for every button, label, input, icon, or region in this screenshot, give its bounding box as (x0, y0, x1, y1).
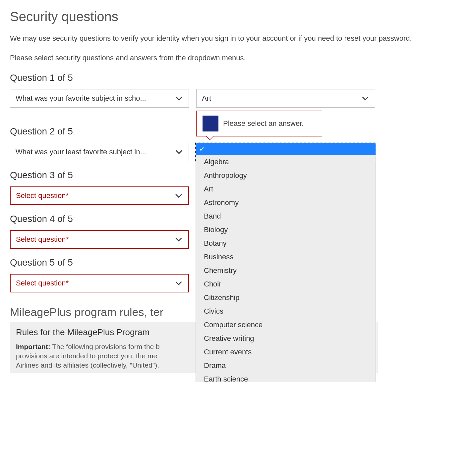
option-item[interactable]: Creative writing (196, 332, 376, 345)
option-item[interactable]: Computer science (196, 318, 376, 332)
option-item[interactable]: Choir (196, 277, 376, 291)
option-item[interactable]: Biology (196, 223, 376, 236)
chevron-down-icon (175, 94, 183, 103)
intro-text-1: We may use security questions to verify … (10, 33, 466, 44)
answer-2-options-popup[interactable]: ✓ AlgebraAnthropologyArtAstronomyBandBio… (196, 143, 376, 382)
chevron-down-icon (174, 191, 183, 200)
option-item[interactable]: Algebra (196, 155, 376, 169)
option-item[interactable]: Anthropology (196, 169, 376, 182)
option-item[interactable]: Business (196, 250, 376, 264)
intro-text-2: Please select security questions and ans… (10, 53, 466, 63)
chevron-down-icon (174, 235, 183, 244)
option-item[interactable]: Band (196, 209, 376, 223)
answer-1-select-label: Art (202, 94, 361, 103)
info-icon (203, 116, 218, 131)
answer-required-tooltip: Please select an answer. (196, 111, 322, 136)
question-1-select[interactable]: What was your favorite subject in scho..… (10, 89, 189, 108)
question-2-select-label: What was your least favorite subject in.… (16, 148, 175, 156)
question-5-select-label: Select question* (16, 279, 174, 287)
rules-important-label: Important: (16, 343, 50, 350)
option-item[interactable]: Earth science (196, 372, 376, 382)
question-2-select[interactable]: What was your least favorite subject in.… (10, 143, 189, 161)
question-3-select-label: Select question* (16, 191, 174, 200)
question-1-select-label: What was your favorite subject in scho..… (16, 94, 175, 103)
option-blank-selected[interactable]: ✓ (196, 143, 376, 155)
option-item[interactable]: Civics (196, 304, 376, 318)
question-1-heading: Question 1 of 5 (10, 73, 466, 83)
chevron-down-icon (361, 94, 370, 103)
tooltip-text: Please select an answer. (223, 119, 304, 128)
check-icon: ✓ (199, 144, 205, 154)
option-item[interactable]: Botany (196, 236, 376, 250)
question-4-select-label: Select question* (16, 235, 174, 244)
question-3-select[interactable]: Select question* (10, 186, 189, 205)
question-5-select[interactable]: Select question* (10, 274, 189, 292)
chevron-down-icon (174, 279, 183, 287)
option-item[interactable]: Art (196, 182, 376, 196)
option-item[interactable]: Current events (196, 345, 376, 359)
answer-1-select[interactable]: Art (196, 89, 375, 108)
option-item[interactable]: Astronomy (196, 196, 376, 209)
option-item[interactable]: Citizenship (196, 291, 376, 304)
question-4-select[interactable]: Select question* (10, 230, 189, 249)
option-item[interactable]: Chemistry (196, 264, 376, 277)
option-item[interactable]: Drama (196, 359, 376, 372)
page-title: Security questions (10, 9, 466, 24)
chevron-down-icon (175, 148, 183, 156)
